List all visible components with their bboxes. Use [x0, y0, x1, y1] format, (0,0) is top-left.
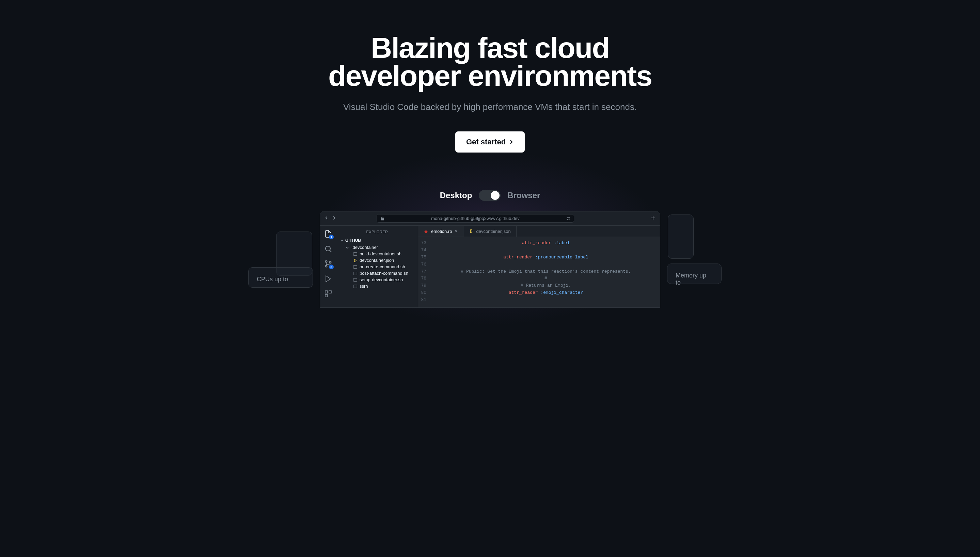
file-name: ssrh: [360, 283, 368, 289]
chevron-down-icon: [340, 238, 344, 243]
folder-devcontainer[interactable]: .devcontainer: [337, 244, 418, 251]
lock-icon: [380, 217, 384, 221]
shell-file-icon: [353, 271, 358, 276]
close-tab-button[interactable]: ×: [454, 228, 457, 234]
tab-devcontainer-json[interactable]: {} devcontainer.json: [464, 226, 516, 237]
hero-subtitle: Visual Studio Code backed by high perfor…: [242, 102, 738, 112]
file-name: on-create-command.sh: [360, 264, 405, 269]
shell-file-icon: [353, 265, 358, 269]
explorer-header: EXPLORER: [337, 228, 418, 237]
cpu-card: CPUs up to: [248, 267, 313, 288]
search-icon[interactable]: [324, 245, 332, 253]
editor-window: mona-github-github-g59jpq2w5w7.github.de…: [320, 211, 660, 308]
url-text: mona-github-github-g59jpq2w5w7.github.de…: [387, 216, 563, 221]
file-name: post-attach-command.sh: [360, 271, 408, 276]
hero-title-line2: developer environments: [328, 59, 652, 92]
chevron-right-icon: [508, 139, 514, 145]
shell-file-icon: [353, 284, 358, 289]
file-explorer: EXPLORER GITHUB .devcontainer build-devc…: [337, 226, 418, 308]
nav-back-button[interactable]: [324, 215, 329, 221]
files-badge: 1: [329, 235, 334, 239]
file-devcontainer-json[interactable]: {} devcontainer.json: [337, 257, 418, 264]
file-build-devcontainer[interactable]: build-devcontainer.sh: [337, 251, 418, 257]
toggle-browser-label[interactable]: Browser: [507, 191, 540, 200]
file-ssrh[interactable]: ssrh: [337, 283, 418, 289]
toggle-desktop-label[interactable]: Desktop: [440, 191, 472, 200]
code-area[interactable]: 737475767778798081 attr_reader :label at…: [418, 237, 660, 308]
source-control-icon[interactable]: 8: [324, 260, 332, 268]
svg-point-1: [326, 261, 327, 262]
svg-point-3: [330, 262, 331, 263]
svg-rect-6: [325, 295, 327, 297]
workspace-name: GITHUB: [345, 238, 361, 243]
cpu-text: CPUs up to: [257, 276, 288, 283]
editor-tabs: ◆ emotion.rb × {} devcontainer.json: [418, 226, 660, 237]
json-file-icon: {}: [353, 258, 358, 263]
shell-file-icon: [353, 252, 358, 256]
memory-text: Memory up to: [676, 272, 706, 286]
folder-name: .devcontainer: [352, 245, 378, 250]
svg-rect-11: [353, 285, 357, 288]
cta-label: Get started: [466, 138, 506, 147]
memory-card: Memory up to: [667, 264, 721, 284]
svg-point-2: [326, 265, 327, 267]
hero-title: Blazing fast cloud developer environment…: [242, 34, 738, 90]
view-toggle: Desktop Browser: [242, 190, 738, 201]
scm-badge: 8: [329, 265, 334, 269]
code-editor: ◆ emotion.rb × {} devcontainer.json 7374…: [418, 226, 660, 308]
workspace-section[interactable]: GITHUB: [337, 237, 418, 244]
code-content: attr_reader :label attr_reader :pronounc…: [432, 240, 660, 308]
ruby-file-icon: ◆: [423, 229, 428, 234]
toggle-switch[interactable]: [479, 190, 501, 201]
extensions-icon[interactable]: [324, 290, 332, 298]
chevron-down-icon: [345, 246, 349, 249]
file-name: devcontainer.json: [360, 258, 394, 263]
debug-icon[interactable]: [324, 275, 332, 283]
json-file-icon: {}: [469, 229, 474, 234]
explorer-icon[interactable]: 1: [324, 230, 332, 238]
svg-rect-7: [353, 252, 357, 256]
file-setup-devcontainer[interactable]: setup-devcontainer.sh: [337, 277, 418, 283]
url-bar[interactable]: mona-github-github-g59jpq2w5w7.github.de…: [377, 214, 574, 223]
shell-file-icon: [353, 277, 358, 282]
svg-rect-8: [353, 265, 357, 269]
nav-forward-button[interactable]: [332, 215, 337, 221]
svg-rect-9: [353, 272, 357, 275]
toggle-knob: [491, 191, 500, 200]
svg-rect-10: [353, 278, 357, 282]
file-post-attach[interactable]: post-attach-command.sh: [337, 270, 418, 277]
file-name: setup-devcontainer.sh: [360, 277, 403, 282]
file-on-create[interactable]: on-create-command.sh: [337, 264, 418, 270]
svg-rect-5: [329, 291, 331, 293]
refresh-icon[interactable]: [566, 217, 570, 221]
activity-bar: 1 8: [320, 226, 337, 308]
file-name: build-devcontainer.sh: [360, 251, 402, 256]
line-numbers: 737475767778798081: [418, 240, 432, 308]
tab-emotion-rb[interactable]: ◆ emotion.rb ×: [418, 226, 464, 237]
get-started-button[interactable]: Get started: [455, 132, 525, 153]
tab-name: devcontainer.json: [476, 229, 511, 234]
new-tab-button[interactable]: [650, 215, 656, 222]
tab-name: emotion.rb: [431, 229, 452, 234]
svg-point-0: [326, 246, 330, 251]
browser-chrome: mona-github-github-g59jpq2w5w7.github.de…: [320, 212, 660, 226]
svg-rect-4: [325, 291, 327, 293]
feature-card: [668, 215, 693, 259]
